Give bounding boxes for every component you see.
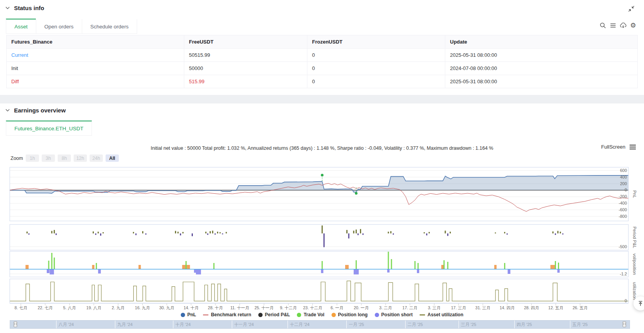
y-tick-label: -500 (619, 244, 627, 249)
x-tick-label: 25. 十一月 (254, 305, 273, 310)
earnings-overview-card: Earnings overview Futures_Binance.ETH_US… (0, 103, 644, 333)
zoom-buttons: 1h3h8h12h24hAll (26, 154, 119, 162)
y-tick-label: -400 (619, 201, 627, 205)
search-icon[interactable] (598, 21, 607, 30)
zoom-button-8h[interactable]: 8h (58, 154, 71, 162)
page: { "status_info": { "title": "Status info… (0, 0, 644, 333)
zoom-label: Zoom (11, 156, 23, 161)
pnl-panel: 6004002000-200-400-600-800PnL (10, 167, 637, 221)
legend-item-pnl[interactable]: PnL (181, 312, 196, 317)
chart-navigator[interactable]: 八月 '24九月 '24十月 '24十一月 '24十二月 '24一月 '25二月… (10, 320, 630, 329)
x-tick-label: 8. 七月 (14, 305, 27, 310)
extreme-marker (355, 192, 358, 195)
compress-icon[interactable] (628, 5, 635, 14)
legend-marker (181, 313, 185, 317)
navigator-right-handle[interactable] (623, 321, 626, 327)
x-tick-label: 28. 四月 (524, 305, 539, 310)
navigator-month-label: 十月 '24 (175, 321, 191, 328)
y-tick-label: 400 (620, 175, 627, 179)
legend-label: Position long (338, 312, 368, 317)
table-row: Current50515.9902025-05-31 08:00:00 (7, 49, 638, 62)
row-value: 2024-07-08 00:00:00 (445, 62, 638, 75)
row-label: Init (7, 62, 184, 75)
navigator-month-label: 八月 '24 (58, 321, 74, 328)
legend-marker (332, 313, 336, 317)
legend-item-position-long[interactable]: Position long (332, 312, 368, 317)
navigator-tick (56, 321, 56, 328)
x-tick-label: 23. 十二月 (303, 305, 322, 310)
navigator-tick (570, 321, 570, 328)
x-tick-label: 17. 二月 (402, 305, 418, 310)
chart-menu-icon[interactable] (629, 144, 636, 150)
row-value: 50515.99 (184, 49, 307, 62)
row-value: 0 (307, 49, 445, 62)
navigator-month-label: 一月 '25 (349, 321, 364, 328)
legend-marker (203, 314, 208, 315)
gear-icon[interactable]: ⚙ (629, 21, 637, 30)
x-tick-label: 14. 四月 (499, 305, 515, 310)
status-info-title: Status info (14, 5, 44, 11)
vol-panel: -1.2vol/position (10, 251, 637, 277)
fullscreen-control[interactable]: FullScreen (601, 144, 636, 150)
y-tick-label: 0 (625, 188, 627, 192)
column-header: FrozenUSDT (307, 35, 445, 49)
zoom-button-12h[interactable]: 12h (74, 154, 87, 162)
x-tick-label: 20. 一月 (354, 305, 369, 310)
x-tick-label: 3. 二月 (379, 305, 392, 310)
list-icon[interactable] (609, 21, 617, 30)
earnings-chart[interactable]: 6004002000-200-400-600-800PnL-500Period … (6, 165, 638, 311)
legend-label: Position short (381, 312, 413, 317)
zoom-button-all[interactable]: All (106, 154, 119, 162)
y-tick-label: -800 (619, 214, 627, 219)
legend-marker (258, 313, 263, 317)
zoom-button-1h[interactable]: 1h (26, 154, 39, 162)
navigator-tick (115, 321, 115, 328)
collapse-chevron-icon[interactable] (5, 109, 10, 112)
navigator-month-label: 十二月 '24 (290, 321, 309, 328)
y-axis-title: PnL (632, 190, 637, 198)
row-value: 0 (307, 62, 445, 75)
legend-label: Trade Vol (303, 312, 324, 317)
row-label: Diff (7, 75, 184, 88)
arrow-to-top-icon (637, 300, 644, 307)
x-tick-label: 11. 十一月 (230, 305, 249, 310)
zoom-button-3h[interactable]: 3h (42, 154, 55, 162)
navigator-tick (405, 321, 406, 328)
chart-summary-text: Initial net value : 50000 Total profit: … (0, 145, 644, 151)
legend-label: PnL (187, 312, 196, 317)
cloud-download-icon[interactable] (619, 21, 627, 30)
navigator-left-handle[interactable] (14, 321, 17, 327)
status-info-card: Status info AssetOpen ordersSchedule ord… (0, 0, 644, 95)
legend-item-trade-vol[interactable]: Trade Vol (297, 312, 324, 317)
legend-marker (297, 313, 301, 317)
collapse-chevron-icon[interactable] (5, 7, 10, 9)
status-info-header: Status info (5, 5, 44, 11)
x-tick-label: 9. 十二月 (280, 305, 296, 310)
x-tick-label: 26. 五月 (573, 305, 588, 310)
navigator-tick (288, 321, 288, 328)
legend-item-asset-utilization[interactable]: Asset utilization (420, 312, 463, 317)
table-row: Init5000002024-07-08 00:00:00 (7, 62, 638, 75)
x-tick-label: 2. 九月 (112, 305, 125, 310)
zoom-button-24h[interactable]: 24h (90, 154, 103, 162)
row-value: 50000 (184, 62, 307, 75)
status-tabs: AssetOpen ordersSchedule orders (6, 19, 137, 34)
y-tick-label: 600 (620, 168, 627, 173)
tab-futures-binance-eth-usdt[interactable]: Futures_Binance.ETH_USDT (6, 121, 92, 136)
legend-item-period-p-l[interactable]: Period P&L (258, 312, 290, 317)
extreme-marker (321, 174, 324, 177)
x-tick-label: 28. 十月 (208, 305, 223, 310)
legend-item-position-short[interactable]: Position short (375, 312, 413, 317)
x-tick-label: 22. 七月 (38, 305, 53, 310)
y-tick-label: -600 (619, 207, 627, 212)
earnings-title: Earnings overview (14, 107, 66, 114)
status-tab-open-orders[interactable]: Open orders (36, 19, 82, 34)
navigator-month-label: 二月 '25 (408, 321, 423, 328)
util-panel: 0utilization (10, 279, 637, 303)
row-label[interactable]: Current (7, 49, 184, 62)
legend-item-benchmark-return[interactable]: Benchmark return (203, 312, 251, 317)
earnings-header: Earnings overview (5, 107, 66, 114)
status-tab-asset[interactable]: Asset (6, 19, 36, 34)
legend-label: Benchmark return (211, 312, 251, 317)
status-tab-schedule-orders[interactable]: Schedule orders (82, 19, 137, 34)
